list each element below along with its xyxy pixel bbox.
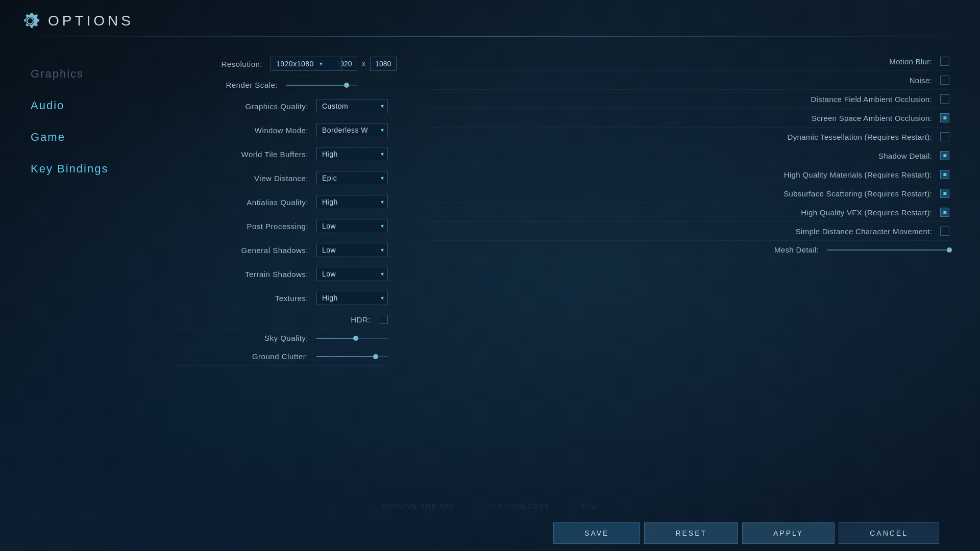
sky-quality-label: Sky Quality: (174, 334, 316, 342)
save-button[interactable]: SAVE (553, 522, 640, 544)
render-scale-label: Render Scale: (174, 81, 286, 89)
distance-field-ao-checkbox[interactable] (940, 94, 949, 104)
view-distance-select[interactable]: Epic Low Medium High (316, 171, 388, 185)
watermark-part2: ACKNOWLEDGE (486, 503, 550, 510)
screen-space-ao-label: Screen Space Ambient Occlusion: (812, 114, 932, 122)
resolution-dropdown-container: 980x551 2560x1440 3840x2160 ▾ (271, 57, 327, 71)
ground-clutter-row: Ground Clutter: (174, 347, 388, 366)
terrain-shadows-row: Terrain Shadows: Low Medium High Epic ▾ (174, 262, 388, 286)
render-scale-slider[interactable] (286, 85, 388, 86)
window-mode-dropdown-container: Borderless W Fullscreen Windowed ▾ (316, 123, 388, 137)
motion-blur-checkbox[interactable] (940, 57, 949, 66)
shadow-detail-checkbox[interactable]: ■ (940, 151, 949, 160)
high-quality-vfx-checkbox[interactable]: ■ (940, 208, 949, 217)
sidebar-item-game[interactable]: Game (31, 131, 122, 144)
sky-quality-track (316, 338, 388, 339)
ground-clutter-thumb[interactable] (373, 354, 378, 359)
antialias-quality-dropdown-container: High Low Medium Epic ▾ (316, 195, 388, 209)
sidebar-item-graphics[interactable]: Graphics (31, 67, 122, 81)
post-processing-row: Post Processing: Low Medium High Epic ▾ (174, 214, 388, 238)
sidebar-item-audio[interactable]: Audio (31, 99, 122, 112)
sky-quality-fill (316, 338, 356, 339)
post-processing-select[interactable]: Low Medium High Epic (316, 219, 388, 233)
hdr-row: HDR: (174, 310, 388, 329)
terrain-shadows-select[interactable]: Low Medium High Epic (316, 267, 388, 281)
resolution-control: 980x551 2560x1440 3840x2160 ▾ X (271, 57, 388, 71)
sidebar-item-keybindings[interactable]: Key Bindings (31, 162, 122, 176)
view-distance-label: View Distance: (174, 174, 316, 183)
dynamic-tessellation-label: Dynamic Tessellation (Requires Restart): (788, 133, 933, 141)
high-quality-vfx-label: High Quality VFX (Requires Restart): (801, 208, 932, 217)
settings-panel: Resolution: 980x551 2560x1440 3840x216… (143, 37, 980, 515)
noise-label: Noise: (910, 76, 932, 85)
mesh-detail-slider[interactable] (827, 249, 949, 251)
view-distance-dropdown-container: Epic Low Medium High ▾ (316, 171, 388, 185)
right-settings-column: Motion Blur: Noise: Distance Field Ambie… (429, 52, 949, 505)
textures-row: Textures: High Low Medium Epic ▾ (174, 286, 388, 310)
render-scale-track (286, 85, 357, 86)
distance-field-ao-row: Distance Field Ambient Occlusion: (429, 90, 949, 109)
motion-blur-row: Motion Blur: (429, 52, 949, 71)
apply-button[interactable]: APPLY (742, 522, 835, 544)
left-settings-column: Resolution: 980x551 2560x1440 3840x216… (174, 52, 388, 505)
cancel-button[interactable]: CANCEL (839, 522, 939, 544)
world-tile-buffers-label: World Tile Buffers: (174, 150, 316, 159)
textures-select[interactable]: High Low Medium Epic (316, 291, 388, 305)
hdr-checkbox[interactable] (379, 315, 388, 324)
shadow-detail-row: Shadow Detail: ■ (429, 146, 949, 165)
world-tile-buffers-select[interactable]: High Low Medium Epic (316, 147, 388, 161)
resolution-row: Resolution: 980x551 2560x1440 3840x216… (174, 52, 388, 76)
subsurface-scattering-checkbox[interactable]: ■ (940, 189, 949, 198)
world-tile-buffers-dropdown-container: High Low Medium Epic ▾ (316, 147, 388, 161)
screen-space-ao-checkbox[interactable]: ■ (940, 113, 949, 122)
antialias-quality-select[interactable]: High Low Medium Epic (316, 195, 388, 209)
general-shadows-select[interactable]: Low Medium High Epic (316, 243, 388, 257)
antialias-quality-label: Antialias Quality: (174, 198, 316, 207)
terrain-shadows-dropdown-container: Low Medium High Epic ▾ (316, 267, 388, 281)
subsurface-scattering-row: Subsurface Scattering (Requires Restart)… (429, 184, 949, 203)
sky-quality-thumb[interactable] (353, 336, 358, 341)
ground-clutter-slider[interactable] (316, 356, 388, 357)
mesh-detail-thumb[interactable] (947, 247, 952, 253)
screen-space-ao-row: Screen Space Ambient Occlusion: ■ (429, 109, 949, 128)
general-shadows-row: General Shadows: Low Medium High Epic ▾ (174, 238, 388, 262)
world-tile-buffers-row: World Tile Buffers: High Low Medium Epic… (174, 142, 388, 166)
motion-blur-label: Motion Blur: (889, 57, 932, 66)
checkmark-icon: ■ (943, 114, 946, 121)
watermark: SURVIVE THE ARK ACKNOWLEDGE Trial (0, 503, 980, 510)
sky-quality-slider[interactable] (316, 338, 388, 339)
ground-clutter-fill (316, 356, 376, 357)
mesh-detail-label: Mesh Detail: (774, 245, 819, 254)
gear-icon (20, 11, 40, 31)
mesh-detail-track (827, 249, 949, 251)
simple-distance-char-row: Simple Distance Character Movement: (429, 222, 949, 241)
window-mode-select[interactable]: Borderless W Fullscreen Windowed (316, 123, 388, 137)
watermark-part3: Trial (581, 503, 599, 510)
subsurface-scattering-label: Subsurface Scattering (Requires Restart)… (783, 189, 932, 198)
general-shadows-label: General Shadows: (174, 246, 316, 255)
high-quality-vfx-row: High Quality VFX (Requires Restart): ■ (429, 203, 949, 222)
high-quality-materials-label: High Quality Materials (Requires Restart… (784, 170, 932, 179)
simple-distance-char-label: Simple Distance Character Movement: (796, 227, 932, 236)
reset-button[interactable]: RESET (644, 522, 738, 544)
noise-checkbox[interactable] (940, 76, 949, 85)
window-mode-label: Window Mode: (174, 126, 316, 135)
ground-clutter-track (316, 356, 388, 357)
ground-clutter-label: Ground Clutter: (174, 352, 316, 361)
resolution-select[interactable]: 980x551 2560x1440 3840x2160 (271, 57, 342, 71)
dynamic-tessellation-checkbox[interactable] (940, 132, 949, 141)
high-quality-materials-row: High Quality Materials (Requires Restart… (429, 165, 949, 184)
high-quality-materials-checkbox[interactable]: ■ (940, 170, 949, 179)
graphics-quality-select[interactable]: Custom Low Medium High Epic (316, 99, 388, 113)
page-title: OPTIONS (48, 13, 134, 29)
render-scale-fill (286, 85, 347, 86)
simple-distance-char-checkbox[interactable] (940, 227, 949, 236)
render-scale-row: Render Scale: (174, 76, 388, 94)
checkmark-icon: ■ (943, 152, 946, 159)
checkmark-icon: ■ (943, 209, 946, 216)
watermark-part1: SURVIVE THE ARK (381, 503, 456, 510)
resolution-height-input[interactable] (370, 57, 397, 71)
render-scale-thumb[interactable] (344, 83, 349, 88)
textures-dropdown-container: High Low Medium Epic ▾ (316, 291, 388, 305)
graphics-quality-dropdown-container: Custom Low Medium High Epic ▾ (316, 99, 388, 113)
